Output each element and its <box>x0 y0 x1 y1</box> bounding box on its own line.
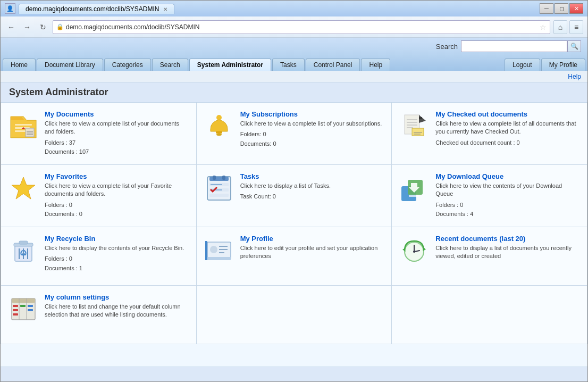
checked-out-stats: Checked out document count : 0 <box>435 138 581 148</box>
grid-item-tasks[interactable]: Tasks Click here to display a list of Ta… <box>197 165 392 227</box>
column-settings-desc: Click here to list and change the your d… <box>45 303 190 319</box>
url-bar[interactable]: 🔒 ☆ <box>53 20 550 34</box>
tasks-title[interactable]: Tasks <box>240 172 385 180</box>
recent-documents-title[interactable]: Recent documents (last 20) <box>435 235 581 243</box>
tab-search[interactable]: Search <box>152 59 188 71</box>
tasks-text: Tasks Click here to display a list of Ta… <box>240 172 385 202</box>
my-documents-icon <box>7 110 39 142</box>
my-subscriptions-stats: Folders: 0 Documents: 0 <box>240 130 385 148</box>
address-bar: ← → ↻ 🔒 ☆ ⌂ ≡ <box>1 16 587 38</box>
download-queue-stats: Folders : 0 Documents : 4 <box>435 201 581 219</box>
tab-my-profile[interactable]: My Profile <box>541 59 585 71</box>
grid-item-checked-out[interactable]: My Checked out documents Click here to v… <box>392 103 587 165</box>
my-subscriptions-text: My Subscriptions Click here to view a co… <box>240 110 385 149</box>
toolbar-icons: ⌂ ≡ <box>553 20 583 34</box>
grid-container: My Documents Click here to view a comple… <box>1 103 587 344</box>
svg-rect-30 <box>209 194 229 197</box>
svg-rect-61 <box>13 305 18 307</box>
grid-item-my-favorites[interactable]: My Favorites Click here to view a comple… <box>1 165 197 227</box>
tab-categories[interactable]: Categories <box>104 59 151 71</box>
grid-item-my-documents[interactable]: My Documents Click here to view a comple… <box>1 103 197 165</box>
svg-rect-22 <box>419 117 422 119</box>
search-button[interactable]: 🔍 <box>567 40 581 52</box>
grid-item-recycle-bin[interactable]: My Recycle Bin Click here to display the… <box>1 227 197 286</box>
svg-rect-2 <box>15 124 32 126</box>
svg-rect-62 <box>13 309 18 311</box>
refresh-button[interactable]: ↻ <box>37 21 49 34</box>
svg-marker-23 <box>12 177 35 199</box>
recycle-bin-title[interactable]: My Recycle Bin <box>45 235 190 243</box>
close-button[interactable]: ✕ <box>569 3 583 14</box>
my-profile-desc: Click here to edit your profile and set … <box>240 244 385 261</box>
home-icon[interactable]: ⌂ <box>553 20 567 34</box>
tab-control-panel[interactable]: Control Panel <box>306 59 360 71</box>
tab-tasks[interactable]: Tasks <box>272 59 305 71</box>
my-favorites-icon <box>7 172 39 204</box>
tab-document-library[interactable]: Document Library <box>37 59 103 71</box>
svg-rect-36 <box>409 195 419 197</box>
my-subscriptions-title[interactable]: My Subscriptions <box>240 110 385 118</box>
checked-out-title[interactable]: My Checked out documents <box>435 110 581 118</box>
my-documents-title[interactable]: My Documents <box>45 110 190 118</box>
svg-rect-65 <box>28 305 33 307</box>
column-settings-title[interactable]: My column settings <box>45 293 190 301</box>
browser-tab[interactable]: demo.magiqdocuments.com/doclib/SYSADMIN … <box>19 4 174 14</box>
tab-logout[interactable]: Logout <box>505 59 540 71</box>
svg-rect-27 <box>222 176 225 180</box>
minimize-button[interactable]: ─ <box>540 3 553 14</box>
recent-documents-desc: Click here to display a list of document… <box>435 244 581 261</box>
grid-item-my-subscriptions[interactable]: My Subscriptions Click here to view a co… <box>197 103 392 165</box>
grid-item-recent-documents[interactable]: Recent documents (last 20) Click here to… <box>392 227 587 286</box>
title-bar: 👤 demo.magiqdocuments.com/doclib/SYSADMI… <box>1 1 587 16</box>
svg-point-44 <box>210 246 217 253</box>
download-queue-icon <box>398 172 430 204</box>
tab-label: demo.magiqdocuments.com/doclib/SYSADMIN <box>26 5 159 13</box>
bookmark-icon[interactable]: ☆ <box>540 23 547 31</box>
download-queue-text: My Download Queue Click here to view the… <box>435 172 581 219</box>
url-lock-icon: 🔒 <box>56 23 64 30</box>
svg-rect-26 <box>213 176 216 180</box>
svg-rect-18 <box>412 128 424 136</box>
tasks-desc: Click here to display a list of Tasks. <box>240 182 385 190</box>
svg-rect-39 <box>19 241 28 244</box>
user-icon: 👤 <box>5 3 15 14</box>
recycle-bin-desc: Click here to display the contents of yo… <box>45 244 190 252</box>
my-profile-text: My Profile Click here to edit your profi… <box>240 235 385 263</box>
tasks-stats: Task Count: 0 <box>240 192 385 202</box>
tab-help[interactable]: Help <box>361 59 390 71</box>
download-queue-title[interactable]: My Download Queue <box>435 172 581 180</box>
my-profile-icon <box>203 235 235 267</box>
svg-rect-31 <box>211 184 222 185</box>
my-favorites-text: My Favorites Click here to view a comple… <box>45 172 190 219</box>
back-button[interactable]: ← <box>5 21 18 34</box>
column-settings-icon <box>7 293 39 325</box>
tab-close-icon[interactable]: ✕ <box>163 6 167 12</box>
svg-rect-25 <box>209 177 229 181</box>
grid-item-empty-2 <box>392 286 587 344</box>
bottom-bar <box>1 367 587 381</box>
recycle-bin-icon <box>7 235 39 267</box>
grid-item-download-queue[interactable]: My Download Queue Click here to view the… <box>392 165 587 227</box>
my-profile-title[interactable]: My Profile <box>240 235 385 243</box>
recycle-bin-stats: Folders : 0 Documents : 1 <box>45 254 190 273</box>
page-title: System Administrator <box>9 87 579 98</box>
restore-button[interactable]: ◻ <box>555 3 568 14</box>
forward-button[interactable]: → <box>21 21 33 34</box>
search-input[interactable] <box>461 40 567 52</box>
tab-system-administrator[interactable]: System Administrator <box>189 59 271 71</box>
browser-window: 👤 demo.magiqdocuments.com/doclib/SYSADMI… <box>0 0 588 382</box>
grid-item-my-profile[interactable]: My Profile Click here to edit your profi… <box>197 227 392 286</box>
recent-documents-text: Recent documents (last 20) Click here to… <box>435 235 581 263</box>
tab-home[interactable]: Home <box>3 59 36 71</box>
download-queue-desc: Click here to view the contents of your … <box>435 182 581 198</box>
help-link[interactable]: Help <box>568 73 581 80</box>
my-favorites-title[interactable]: My Favorites <box>45 172 190 180</box>
url-input[interactable] <box>66 23 537 31</box>
nav-tabs: Home Document Library Categories Search … <box>1 55 587 71</box>
svg-rect-66 <box>28 309 33 311</box>
svg-rect-11 <box>216 131 222 134</box>
menu-icon[interactable]: ≡ <box>569 20 583 34</box>
grid-item-column-settings[interactable]: My column settings Click here to list an… <box>1 286 197 344</box>
checked-out-text: My Checked out documents Click here to v… <box>435 110 581 147</box>
svg-rect-63 <box>13 313 18 315</box>
